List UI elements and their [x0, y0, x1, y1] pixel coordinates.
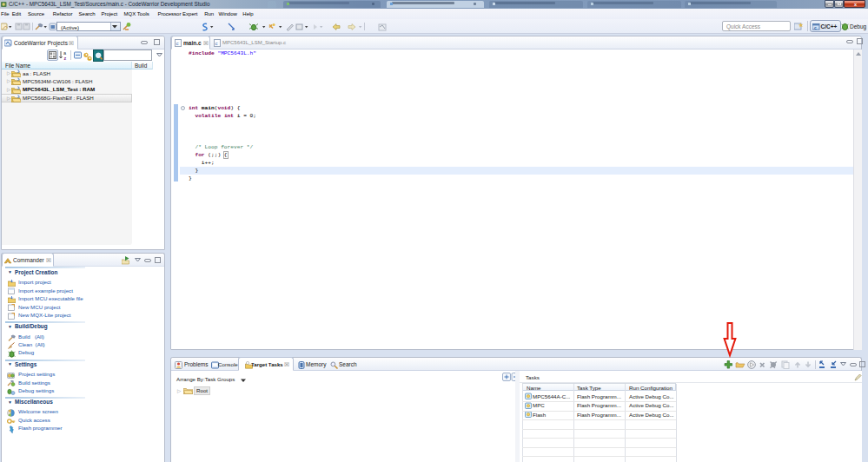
svg-text:c: c: [215, 41, 218, 46]
svg-text:c: c: [814, 25, 817, 30]
svg-text:c: c: [176, 41, 179, 46]
svg-text:z: z: [64, 56, 67, 61]
